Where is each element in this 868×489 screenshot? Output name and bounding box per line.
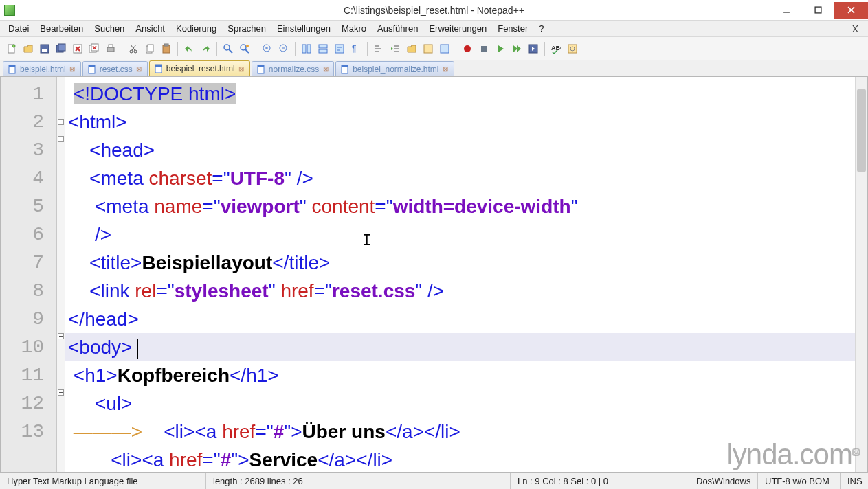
wrap-icon[interactable] xyxy=(332,41,347,56)
menu-sprachen[interactable]: Sprachen xyxy=(222,21,271,36)
tab-bar: beispiel.html⊠ reset.css⊠ beispiel_reset… xyxy=(0,60,868,77)
tab-close-icon[interactable]: ⊠ xyxy=(442,65,449,73)
replace-icon[interactable] xyxy=(237,41,252,56)
status-bar: Hyper Text Markup Language file length :… xyxy=(0,473,868,489)
menu-suchen[interactable]: Suchen xyxy=(89,21,130,36)
tab-label: beispiel.html xyxy=(20,65,66,74)
sync-h-icon[interactable] xyxy=(315,41,331,56)
undo-icon[interactable] xyxy=(181,41,197,56)
tab-close-icon[interactable]: ⊠ xyxy=(238,65,245,73)
line-number: 3 xyxy=(1,136,56,164)
tab-beispiel-normalize-html[interactable]: beispiel_normalize.html⊠ xyxy=(335,61,454,76)
tab-close-icon[interactable]: ⊠ xyxy=(135,65,143,73)
svg-rect-37 xyxy=(302,45,306,53)
print-icon[interactable] xyxy=(103,41,118,56)
menu-bearbeiten[interactable]: Bearbeiten xyxy=(34,21,89,36)
line-number: 11 xyxy=(1,361,56,389)
play-multi-icon[interactable] xyxy=(509,41,524,56)
svg-rect-52 xyxy=(481,46,487,52)
svg-rect-24 xyxy=(148,45,153,52)
svg-rect-25 xyxy=(163,45,170,53)
menu-bar: Datei Bearbeiten Suchen Ansicht Kodierun… xyxy=(0,21,868,37)
redo-icon[interactable] xyxy=(198,41,213,56)
close-document-button[interactable]: X xyxy=(845,23,865,34)
indent-icon[interactable] xyxy=(388,41,403,56)
svg-rect-18 xyxy=(109,45,113,47)
tab-normalize-css[interactable]: normalize.css⊠ xyxy=(252,61,334,76)
toolbar: ¶ ABC xyxy=(0,37,868,60)
stop-macro-icon[interactable] xyxy=(476,41,491,56)
tab-label: beispiel_reset.html xyxy=(166,64,235,73)
menu-ansicht[interactable]: Ansicht xyxy=(130,21,170,36)
menu-ausfuehren[interactable]: Ausführen xyxy=(372,21,423,36)
play-macro-icon[interactable] xyxy=(493,41,508,56)
close-all-icon[interactable] xyxy=(87,41,102,56)
line-number: 13 xyxy=(1,418,56,446)
spellcheck-icon[interactable]: ABC xyxy=(548,41,564,56)
svg-rect-64 xyxy=(258,65,264,67)
line-number: 6 xyxy=(1,220,56,249)
menu-fenster[interactable]: Fenster xyxy=(492,21,533,36)
menu-einstellungen[interactable]: Einstellungen xyxy=(271,21,336,36)
scrollbar-thumb[interactable] xyxy=(857,89,866,172)
svg-rect-55 xyxy=(568,45,577,53)
open-file-icon[interactable] xyxy=(21,41,36,56)
code-line: <ul> xyxy=(65,389,867,418)
tab-beispiel-reset-html[interactable]: beispiel_reset.html⊠ xyxy=(149,60,250,76)
vertical-scrollbar[interactable] xyxy=(855,77,867,472)
tab-close-icon[interactable]: ⊠ xyxy=(322,65,329,73)
line-number: 1 xyxy=(1,80,56,108)
cut-icon[interactable] xyxy=(126,41,141,56)
menu-erweiterungen[interactable]: Erweiterungen xyxy=(423,21,492,36)
fold-toggle-icon[interactable] xyxy=(58,389,64,396)
menu-help[interactable]: ? xyxy=(533,21,549,36)
menu-makro[interactable]: Makro xyxy=(336,21,372,36)
code-line: <meta name="viewport" content="width=dev… xyxy=(65,192,867,220)
doc-map-icon[interactable] xyxy=(437,41,452,56)
line-number: 8 xyxy=(1,277,56,305)
fold-toggle-icon[interactable] xyxy=(58,136,64,142)
svg-rect-40 xyxy=(319,49,327,53)
svg-line-30 xyxy=(245,49,249,53)
menu-datei[interactable]: Datei xyxy=(3,21,34,36)
svg-rect-50 xyxy=(441,45,449,53)
new-file-icon[interactable] xyxy=(4,41,19,56)
folder-icon[interactable] xyxy=(404,41,419,56)
copy-icon[interactable] xyxy=(142,41,157,56)
fold-toggle-icon[interactable] xyxy=(58,333,64,339)
tab-reset-css[interactable]: reset.css⊠ xyxy=(82,61,148,76)
save-macro-icon[interactable] xyxy=(526,41,541,56)
sync-v-icon[interactable] xyxy=(299,41,314,56)
close-button[interactable] xyxy=(834,2,868,19)
status-encoding: UTF-8 w/o BOM xyxy=(758,473,841,489)
tab-close-icon[interactable]: ⊠ xyxy=(69,65,76,73)
show-all-chars-icon[interactable]: ¶ xyxy=(348,41,364,56)
minimize-button[interactable] xyxy=(770,2,802,19)
code-line: ———> <li><a href="#">Über uns</a></li> xyxy=(65,418,867,446)
indent-guide-icon[interactable] xyxy=(371,41,386,56)
record-macro-icon[interactable] xyxy=(460,41,475,56)
code-line: <head> xyxy=(65,136,867,164)
paste-icon[interactable] xyxy=(159,41,174,56)
menu-kodierung[interactable]: Kodierung xyxy=(170,21,222,36)
status-position: Ln : 9 Col : 8 Sel : 0 | 0 xyxy=(511,473,689,489)
save-all-icon[interactable] xyxy=(54,41,69,56)
spellcheck-settings-icon[interactable] xyxy=(565,41,580,56)
svg-rect-62 xyxy=(155,65,162,67)
editor[interactable]: 1 2 3 4 5 6 7 8 9 10 11 12 13 <!DOCTYPE … xyxy=(0,77,868,473)
tab-label: beispiel_normalize.html xyxy=(353,65,438,74)
file-icon xyxy=(154,64,164,73)
fold-toggle-icon[interactable] xyxy=(58,119,64,125)
function-list-icon[interactable] xyxy=(421,41,436,56)
file-icon xyxy=(8,65,17,74)
find-icon[interactable] xyxy=(221,41,236,56)
save-icon[interactable] xyxy=(37,41,52,56)
zoom-out-icon[interactable] xyxy=(276,41,291,56)
close-file-icon[interactable] xyxy=(70,41,85,56)
zoom-in-icon[interactable] xyxy=(260,41,275,56)
svg-point-5 xyxy=(12,45,15,47)
code-area[interactable]: <!DOCTYPE html> <html> <head> <meta char… xyxy=(65,77,867,472)
tab-beispiel-html[interactable]: beispiel.html⊠ xyxy=(3,61,81,76)
maximize-button[interactable] xyxy=(802,2,834,19)
svg-rect-38 xyxy=(307,45,311,53)
